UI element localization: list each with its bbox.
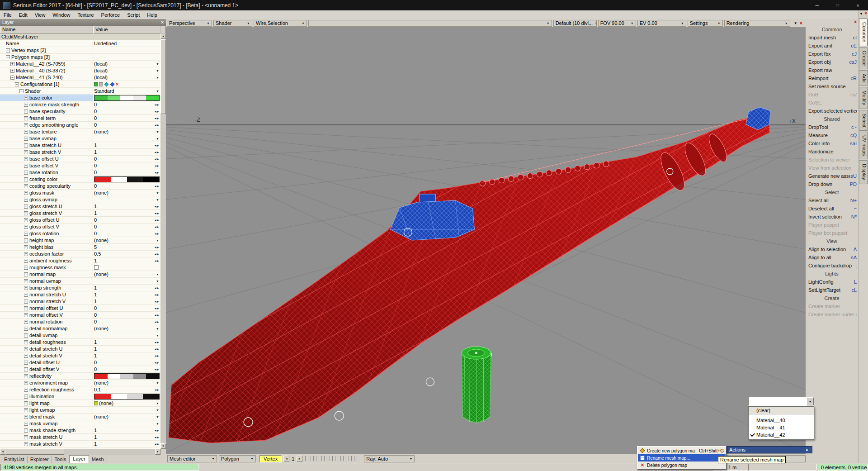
tree-row[interactable]: CEditMeshLayer — [0, 33, 160, 40]
fov-combo[interactable]: FOV 90.00 ▼ — [598, 20, 636, 27]
tree-row[interactable]: +colorize mask strength0◄► — [0, 101, 160, 108]
property-value[interactable]: 0◄► — [93, 169, 160, 176]
dropdown-icon[interactable]: ▼ — [156, 422, 160, 425]
expander-icon[interactable]: + — [24, 116, 28, 120]
property-value[interactable]: 0◄► — [93, 156, 160, 162]
index-prev-icon[interactable]: ◄ — [283, 456, 289, 462]
expander-icon[interactable]: + — [24, 415, 28, 419]
expander-icon[interactable]: + — [24, 252, 28, 256]
expander-icon[interactable]: + — [24, 184, 28, 188]
spinner-icon[interactable]: ◄► — [154, 442, 160, 446]
property-value[interactable]: 0◄► — [93, 183, 160, 189]
tree-row[interactable]: +base uvmap▼ — [0, 135, 160, 142]
property-value[interactable]: 0◄► — [93, 122, 160, 128]
tree-row[interactable]: +mask shade strength1◄► — [0, 427, 160, 434]
ev-combo[interactable]: EV 0.00 ▼ — [637, 20, 686, 27]
tree-row[interactable]: +Material__42 (S-7059)(local)▼ — [0, 61, 160, 67]
property-value[interactable]: 1◄► — [93, 434, 160, 440]
side-tab-modify[interactable]: Modify — [859, 87, 868, 109]
spinner-icon[interactable]: ◄► — [154, 314, 160, 317]
expander-icon[interactable]: + — [24, 320, 28, 324]
expander-icon[interactable]: + — [24, 442, 28, 446]
tree-row[interactable]: +normal stretch U1◄► — [0, 291, 160, 298]
property-value[interactable] — [93, 47, 160, 53]
spinner-icon[interactable]: ◄► — [154, 293, 160, 296]
spinner-icon[interactable]: ◄► — [154, 429, 160, 432]
command-create-marker[interactable]: Create marker — [806, 302, 858, 310]
property-value[interactable]: 0◄► — [93, 101, 160, 108]
tree-row[interactable]: +height map(none)▼ — [0, 237, 160, 244]
expander-icon[interactable]: − — [10, 76, 14, 80]
property-value[interactable]: Standard▼ — [93, 88, 160, 94]
property-value[interactable]: 1◄► — [93, 298, 160, 304]
property-value[interactable]: 1◄► — [93, 346, 160, 352]
command-view-from-selection[interactable]: View from selection — [806, 164, 858, 172]
command-align-to-selection[interactable]: Align to selectionA — [806, 245, 858, 253]
property-value[interactable]: ▼ — [93, 135, 160, 142]
tree-row[interactable]: +base offset U0◄► — [0, 156, 160, 162]
tree-row[interactable]: +roughness mask — [0, 264, 160, 271]
rename-input[interactable] — [749, 397, 807, 405]
command-player-puppet[interactable]: Player puppet — [806, 221, 858, 229]
spinner-icon[interactable]: ◄► — [154, 157, 160, 161]
property-value[interactable]: 1◄► — [93, 285, 160, 291]
expander-icon[interactable]: + — [24, 218, 28, 222]
map-option-clear[interactable]: (clear) — [749, 407, 814, 414]
property-value[interactable]: (none)▼ — [93, 128, 160, 135]
editor-mode-combo[interactable]: Mesh editor ▼ — [167, 455, 217, 462]
menu-item-rename-mesh-map[interactable]: Rename mesh map... — [638, 454, 726, 461]
strip-dropdown-icon[interactable]: ▼ — [859, 12, 863, 16]
property-value[interactable] — [93, 264, 160, 271]
spinner-icon[interactable]: ◄► — [154, 225, 160, 228]
property-value[interactable]: ▼ — [93, 278, 160, 284]
expander-icon[interactable]: + — [24, 266, 28, 270]
property-value[interactable] — [93, 393, 160, 400]
expander-icon[interactable]: + — [24, 150, 28, 154]
tree-row[interactable]: +detail roughness1◄► — [0, 339, 160, 346]
tree-row[interactable]: +occlusion factor0.5◄► — [0, 251, 160, 257]
expander-icon[interactable]: + — [24, 333, 28, 338]
spinner-icon[interactable]: ◄► — [154, 185, 160, 188]
grid-divisions-combo[interactable]: Default (10 divi... ▼ — [553, 20, 597, 27]
property-value[interactable]: × — [93, 81, 160, 87]
expander-icon[interactable]: + — [6, 48, 10, 52]
viewport-canvas[interactable]: -Z +X — [166, 28, 806, 454]
scroll-down-icon[interactable]: ▼ — [160, 443, 166, 449]
side-tab-select[interactable]: Select — [859, 110, 868, 131]
property-value[interactable]: 0◄► — [93, 319, 160, 325]
tree-row[interactable]: +detail offset V0◄► — [0, 366, 160, 373]
ray-mode-combo[interactable]: Ray: Auto ▼ — [364, 455, 415, 462]
toolbar-dropdown-icon[interactable]: ▼ — [794, 21, 797, 25]
tree-row[interactable]: −Material__41 (S-240)(local)▼ — [0, 74, 160, 81]
panel-tab-entitylist[interactable]: EntityList — [1, 456, 28, 463]
command-panel-close-icon[interactable]: × — [854, 19, 857, 24]
expander-icon[interactable]: + — [24, 388, 28, 392]
tree-row[interactable]: +base offset V0◄► — [0, 162, 160, 169]
spinner-icon[interactable]: ◄► — [154, 300, 160, 303]
property-value[interactable] — [93, 54, 160, 60]
tree-row[interactable]: +normal stretch V1◄► — [0, 298, 160, 305]
tree-row[interactable]: +base texture(none)▼ — [0, 128, 160, 135]
property-value[interactable]: 0◄► — [93, 224, 160, 230]
color-swatch[interactable] — [94, 95, 160, 101]
property-value[interactable]: (local)▼ — [93, 67, 160, 74]
minimize-button[interactable]: ─ — [807, 0, 827, 10]
tree-row[interactable]: +base specularity0◄► — [0, 108, 160, 115]
spinner-icon[interactable]: ◄► — [154, 124, 160, 127]
rename-combo[interactable]: ▼ — [748, 397, 814, 406]
expander-icon[interactable]: + — [24, 103, 28, 107]
map-option-material-40[interactable]: Material__40 — [749, 417, 814, 424]
command-selection-to-viewer[interactable]: Selection to viewer — [806, 156, 858, 164]
property-value[interactable]: 0◄► — [93, 366, 160, 372]
spinner-icon[interactable]: ◄► — [154, 212, 160, 215]
tree-row[interactable]: +gloss uvmap▼ — [0, 196, 160, 203]
expander-icon[interactable]: + — [24, 171, 28, 175]
panel-tab-explorer[interactable]: Explorer — [28, 456, 52, 463]
panel-tab-layer[interactable]: Layer — [69, 455, 89, 463]
tree-row[interactable]: +detail stretch V1◄► — [0, 352, 160, 359]
tree-row[interactable]: −Polygon maps [3] — [0, 54, 160, 61]
command-drop-down[interactable]: Drop downPD — [806, 180, 858, 188]
property-value[interactable]: 1◄► — [93, 142, 160, 148]
expander-icon[interactable]: + — [24, 198, 28, 202]
tree-row[interactable]: +mask stretch V1◄► — [0, 441, 160, 447]
